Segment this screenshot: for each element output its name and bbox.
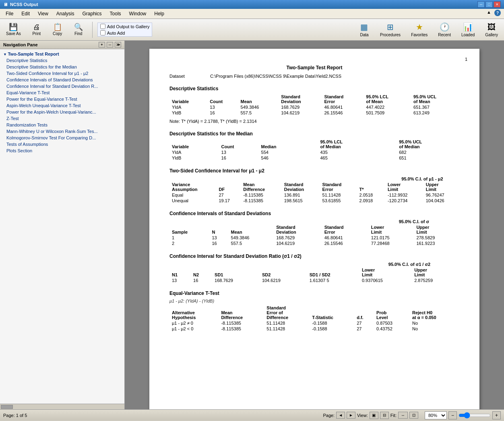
section-descriptive-stats-title: Descriptive Statistics xyxy=(169,86,459,91)
nav-item-z-test[interactable]: Z-Test xyxy=(0,115,124,122)
section-two-sided-ci-title: Two-Sided Confidence Interval for μ1 - μ… xyxy=(169,168,459,174)
save-as-icon: 💾 xyxy=(9,23,18,31)
copy-button[interactable]: 📋 Copy xyxy=(49,22,66,37)
auto-add-checkbox[interactable] xyxy=(100,30,105,35)
ds-yldb-stderr: 26.15546 xyxy=(322,110,364,116)
ds-ylda-count: 13 xyxy=(207,104,238,110)
csd-s2-upper: 161.9223 xyxy=(414,241,459,246)
add-output-label[interactable]: Add Output to Gallery xyxy=(100,24,150,29)
cir-col-sd2: SD2 xyxy=(260,261,307,278)
nav-item-randomization[interactable]: Randomization Tests xyxy=(0,122,124,128)
zoom-slider[interactable] xyxy=(459,412,491,419)
minimize-button[interactable]: ─ xyxy=(477,1,485,8)
find-label: Find xyxy=(74,31,82,36)
nav-item-desc-stats-median[interactable]: Descriptive Statistics for the Median xyxy=(0,64,124,70)
ci-equal-assumption: Equal xyxy=(169,192,216,198)
maximize-button[interactable]: □ xyxy=(485,1,493,8)
cir-col-upper: UpperLimit xyxy=(412,267,459,278)
ci-unequal-lower: -120.2734 xyxy=(385,198,423,203)
table-row: Equal 27 -8.115385 136.891 51.11428 2.05… xyxy=(169,192,459,198)
nav-item-kolmogorov[interactable]: Kolmogorov-Smirnov Test For Comparing D.… xyxy=(0,135,124,141)
menu-view[interactable]: View xyxy=(34,10,52,18)
favorites-button[interactable]: ★ Favorites xyxy=(407,21,431,39)
menu-window[interactable]: Window xyxy=(125,10,151,18)
menu-graphics[interactable]: Graphics xyxy=(78,10,106,18)
gallery-button[interactable]: 🖼 Gallery xyxy=(481,21,502,39)
nav-minimize-button[interactable]: ─ xyxy=(107,42,113,48)
nav-item-mann-whitney[interactable]: Mann-Whitney U or Wilcoxon Rank-Sum Tes.… xyxy=(0,128,124,135)
zoom-out-button[interactable]: − xyxy=(448,411,457,419)
procedures-button[interactable]: ⊞ Procedures xyxy=(376,21,404,39)
page-prev-button[interactable]: ◄ xyxy=(336,412,345,419)
close-button[interactable]: ✕ xyxy=(494,1,501,8)
find-button[interactable]: 🔍 Find xyxy=(70,22,87,37)
csd-col-mean: Mean xyxy=(229,219,274,235)
dm-col-ucl: 95.0% UCLof Median xyxy=(397,139,459,149)
nav-item-descriptive-stats[interactable]: Descriptive Statistics xyxy=(0,57,124,64)
nav-expand-button[interactable]: + xyxy=(99,42,105,48)
cir-col-ci-header: 95.0% C.I. of σ1 / σ2 xyxy=(359,261,459,267)
nav-item-equal-var-t[interactable]: Equal-Variance T-Test xyxy=(0,89,124,96)
dataset-row: Dataset C:\Program Files (x86)\NCSS\NCSS… xyxy=(169,74,459,79)
ev-col-reject: Reject H0at α = 0.050 xyxy=(410,305,459,320)
nav-close-button[interactable]: ≫ xyxy=(115,42,121,48)
data-button[interactable]: ▦ Data xyxy=(355,21,373,39)
table-row: 13 16 168.7629 104.6219 1.61307 5 0.9370… xyxy=(169,278,459,283)
fit-page-button[interactable]: ⊡ xyxy=(409,412,418,419)
ci-equal-mean-diff: -8.115385 xyxy=(241,192,281,198)
cir-col-lower: LowerLimit xyxy=(359,267,412,278)
recent-button[interactable]: 🕐 Recent xyxy=(434,21,454,39)
cir-n1: 13 xyxy=(169,278,191,283)
page-next-button[interactable]: ► xyxy=(347,412,355,419)
ci-unequal-df: 19.17 xyxy=(216,198,241,203)
menu-analysis[interactable]: Analysis xyxy=(52,10,78,18)
nav-item-ci-std-dev[interactable]: Confidence Intervals of Standard Deviati… xyxy=(0,77,124,83)
dm-col-variable: Variable xyxy=(169,139,219,149)
menu-tools[interactable]: Tools xyxy=(106,10,125,18)
nav-item-ci-std-dev-ratio[interactable]: Confidence Interval for Standard Deviati… xyxy=(0,83,124,89)
ci-equal-df: 27 xyxy=(216,192,241,198)
content-scroll[interactable]: 1 Two-Sample Test Report Dataset C:\Prog… xyxy=(125,41,504,409)
ev-row2-hyp: μ1 - μ2 < 0 xyxy=(169,326,219,332)
cir-col-n2: N2 xyxy=(191,261,212,278)
section-equal-var-block: Equal-Variance T-Test μ1 - μ2: (YldA) - … xyxy=(169,290,459,303)
ev-col-mean-diff: MeanDifference xyxy=(219,305,264,320)
nav-item-tests-assumptions[interactable]: Tests of Assumptions xyxy=(0,141,124,147)
table-row: Unequal 19.17 -8.115385 198.5615 53.6185… xyxy=(169,198,459,203)
zoom-in-button[interactable]: + xyxy=(492,411,501,419)
help-icon[interactable]: ? xyxy=(494,10,501,16)
nav-item-root[interactable]: Two-Sample Test Report xyxy=(0,51,124,57)
view-single-button[interactable]: ▣ xyxy=(370,412,378,419)
menu-file[interactable]: File xyxy=(2,10,17,18)
zoom-select[interactable]: 80% 50% 60% 70% 75% 90% 100% 125% 150% 2… xyxy=(425,411,447,419)
nav-item-power-aspin-welch[interactable]: Power for the Aspin-Welch Unequal-Varian… xyxy=(0,109,124,115)
nav-hscroll-thumb[interactable] xyxy=(1,405,13,409)
ds-ylda-ucl: 651.367 xyxy=(411,104,459,110)
recent-icon: 🕐 xyxy=(440,22,450,32)
add-output-checkbox[interactable] xyxy=(100,24,105,29)
nav-item-aspin-welch[interactable]: Aspin-Welch Unequal-Variance T-Test xyxy=(0,102,124,109)
dm-ylda-var: YldA xyxy=(169,149,219,155)
nav-item-power-equal-var[interactable]: Power for the Equal-Variance T-Test xyxy=(0,96,124,102)
menu-edit[interactable]: Edit xyxy=(17,10,34,18)
print-button[interactable]: 🖨 Print xyxy=(28,22,45,37)
cir-col-sd-ratio: SD1 / SD2 xyxy=(307,261,359,278)
ev-row1-t: -0.1588 xyxy=(310,320,354,326)
title-bar-text: NCSS Output xyxy=(10,2,38,7)
menu-bar: File Edit View Analysis Graphics Tools W… xyxy=(0,9,504,19)
fit-width-button[interactable]: ↔ xyxy=(398,412,408,419)
help-collapse-icon[interactable]: ▲ xyxy=(487,10,491,18)
menu-help[interactable]: Help xyxy=(150,10,168,18)
view-multi-button[interactable]: ⊟ xyxy=(380,412,389,419)
ci-equal-t: 2.0518 xyxy=(357,192,385,198)
nav-item-two-sided-ci[interactable]: Two-Sided Confidence Interval for μ1 - μ… xyxy=(0,70,124,77)
nav-hscroll[interactable] xyxy=(0,404,124,409)
nav-item-plots[interactable]: Plots Section xyxy=(0,147,124,154)
csd-col-sample: Sample xyxy=(169,219,209,235)
auto-add-label[interactable]: Auto Add xyxy=(100,30,150,35)
table-row: YldB 16 546 465 651 xyxy=(169,155,459,161)
loaded-button[interactable]: 📊 Loaded xyxy=(458,21,478,39)
csd-s2-stddev: 104.6219 xyxy=(274,241,322,246)
save-as-button[interactable]: 💾 Save As xyxy=(2,22,25,37)
table-row: YldA 13 549.3846 168.7629 46.80641 447.4… xyxy=(169,104,459,110)
